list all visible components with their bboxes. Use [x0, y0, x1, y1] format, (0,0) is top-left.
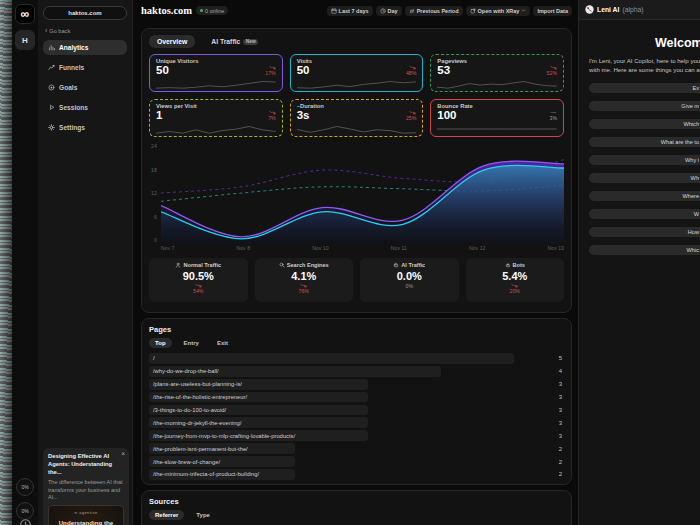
- suggestion-pill[interactable]: Wh: [589, 173, 700, 183]
- history-icon[interactable]: [19, 518, 32, 525]
- page-row[interactable]: /the-morning-dr-jekyll-the-evening/ 3: [149, 417, 564, 428]
- workspace-rail: ∞ H 0% 0%: [12, 0, 38, 525]
- stat-card[interactable]: ~Duration 3s 25%: [290, 99, 424, 137]
- toolbar-button[interactable]: Import Data: [533, 6, 572, 16]
- stat-card[interactable]: Bounce Rate 100 — 3%: [430, 99, 564, 137]
- suggestion-pill[interactable]: How: [589, 227, 700, 237]
- sidebar-nav-item[interactable]: Analytics: [43, 40, 127, 55]
- traffic-stat-card[interactable]: Bots 5.4% 20%: [466, 258, 565, 302]
- toolbar-button[interactable]: Last 7 days: [327, 6, 373, 16]
- traffic-type-delta-pct: 54%: [193, 289, 203, 294]
- traffic-stat-card[interactable]: AI Traffic 0.0% 0%: [360, 258, 459, 302]
- view-tab[interactable]: Overview: [149, 35, 195, 48]
- pages-tab[interactable]: Entry: [178, 338, 205, 348]
- nav-item-icon: [48, 124, 55, 131]
- nav-item-label: Goals: [59, 84, 77, 91]
- suggestion-pill[interactable]: W: [589, 209, 700, 219]
- page-row[interactable]: / 5: [149, 353, 564, 364]
- page-row[interactable]: /the-problem-isnt-permanent-but-the/ 2: [149, 443, 564, 454]
- stat-label: Pageviews: [437, 58, 557, 64]
- page-count: 3: [559, 381, 564, 387]
- stat-card[interactable]: Visits 50 48%: [290, 54, 424, 92]
- traffic-type-label: Bots: [513, 262, 525, 268]
- sparkline: [437, 124, 557, 134]
- stat-label: ~Duration: [297, 103, 417, 109]
- traffic-type-delta: 76%: [299, 283, 309, 294]
- page-bar: /the-minimum-trifecta-of-product-buildin…: [149, 469, 295, 480]
- traffic-type-delta: 20%: [510, 283, 520, 294]
- sidebar-nav-item[interactable]: Settings: [43, 120, 127, 135]
- page-row[interactable]: /plans-are-useless-but-planning-is/ 3: [149, 379, 564, 390]
- suggestion-pill[interactable]: Why i: [589, 155, 700, 165]
- toolbar-button[interactable]: Previous Period: [405, 6, 463, 16]
- pages-tab[interactable]: Top: [149, 338, 172, 348]
- sidebar-nav-item[interactable]: Funnels: [43, 60, 127, 75]
- page-bar: /: [149, 353, 514, 364]
- chart-x-axis: Nov 7Nov 8Nov 10Nov 11Nov 12Nov 13: [161, 245, 564, 251]
- suggestion-pill[interactable]: Give m: [589, 101, 700, 111]
- stat-label: Visits: [297, 58, 417, 64]
- go-back-link[interactable]: ‹ Go back: [45, 27, 125, 34]
- stat-value: 50: [156, 65, 169, 77]
- sidebar-nav-item[interactable]: Sessions: [43, 100, 127, 115]
- page-row[interactable]: /the-slow-brew-of-change/ 2: [149, 456, 564, 467]
- suggestion-label: Where: [683, 193, 699, 199]
- page-row[interactable]: /why-do-we-drop-the-ball/ 4: [149, 366, 564, 377]
- online-dot: [200, 9, 203, 12]
- page-row[interactable]: /3-things-to-do-100-to-avoid/ 3: [149, 405, 564, 416]
- stat-delta-pct: 48%: [406, 71, 416, 76]
- sources-tab[interactable]: Type: [190, 510, 216, 520]
- suggestion-pill[interactable]: Whic: [589, 245, 700, 255]
- toolbar-button[interactable]: Open with XRay: [466, 6, 531, 16]
- page-count: 3: [559, 407, 564, 413]
- stat-delta-pct: 17%: [265, 71, 275, 76]
- traffic-stat-card[interactable]: Search Engines 4.1% 76%: [255, 258, 354, 302]
- stat-card[interactable]: Views per Visit 1 7%: [149, 99, 283, 137]
- toolbar-button-label: Day: [388, 8, 398, 14]
- page-count: 3: [559, 420, 564, 426]
- usage-badge[interactable]: 0%: [16, 478, 34, 496]
- usage-badge-value: 0%: [21, 484, 28, 490]
- pages-title: Pages: [149, 325, 564, 334]
- toolbar: Last 7 days Day Previous Period: [327, 6, 572, 16]
- x-tick: Nov 7: [161, 245, 175, 251]
- pages-tab[interactable]: Exit: [211, 338, 234, 348]
- view-tab[interactable]: AI Traffic New: [203, 35, 266, 48]
- pages-tabs: Top Entry Exit: [149, 338, 564, 348]
- copilot-intro: I'm Leni, your AI Copilot, here to help …: [589, 56, 700, 75]
- toolbar-button[interactable]: Day: [376, 6, 402, 16]
- app-logo-button[interactable]: ∞: [15, 4, 35, 24]
- stat-card[interactable]: Unique Visitors 50 17%: [149, 54, 283, 92]
- suggestion-pill[interactable]: Which: [589, 119, 700, 129]
- sources-tab[interactable]: Referrer: [149, 510, 184, 520]
- traffic-area-chart[interactable]: [161, 143, 564, 243]
- traffic-stat-card[interactable]: Normal Traffic 90.5% 54%: [149, 258, 248, 302]
- site-title: haktos.com: [141, 5, 192, 16]
- stat-card[interactable]: Pageviews 53 52%: [430, 54, 564, 92]
- stat-cards: Unique Visitors 50 17% Visits: [149, 54, 564, 137]
- sparkline: [297, 124, 417, 134]
- sidebar-nav-item[interactable]: Goals: [43, 80, 127, 95]
- stat-value: 3s: [297, 110, 310, 122]
- page-row[interactable]: /the-minimum-trifecta-of-product-buildin…: [149, 469, 564, 480]
- stat-delta: — 3%: [550, 110, 558, 121]
- suggestion-pill[interactable]: Ex: [589, 83, 700, 93]
- stat-value: 1: [156, 110, 162, 122]
- site-switcher-button[interactable]: haktos.com: [43, 6, 127, 20]
- copilot-suggestions: Ex Give m Which What are the to Why i: [579, 83, 700, 255]
- main-content: haktos.com 0 online Last 7 days Da: [133, 0, 578, 525]
- x-tick: Nov 11: [391, 245, 407, 251]
- close-icon[interactable]: ×: [121, 451, 125, 458]
- suggestion-pill[interactable]: Where: [589, 191, 700, 201]
- y-tick: 12: [151, 190, 157, 196]
- notification-thumbnail[interactable]: ∞ agentive Understanding the Architectur…: [48, 505, 124, 525]
- notification-body: The difference between AI that transform…: [48, 479, 124, 500]
- suggestion-pill[interactable]: What are the to: [589, 137, 700, 147]
- view-tabs: Overview AI Traffic New: [149, 35, 564, 48]
- page-row[interactable]: /the-journey-from-mvp-to-mlp-crafting-lo…: [149, 430, 564, 441]
- traffic-type-delta: 0%: [406, 283, 414, 289]
- suggestion-label: What are the to: [661, 139, 699, 145]
- workspace-avatar[interactable]: H: [15, 30, 35, 50]
- page-row[interactable]: /the-rise-of-the-holistic-entrepreneur/ …: [149, 392, 564, 403]
- suggestion-label: Why i: [685, 157, 699, 163]
